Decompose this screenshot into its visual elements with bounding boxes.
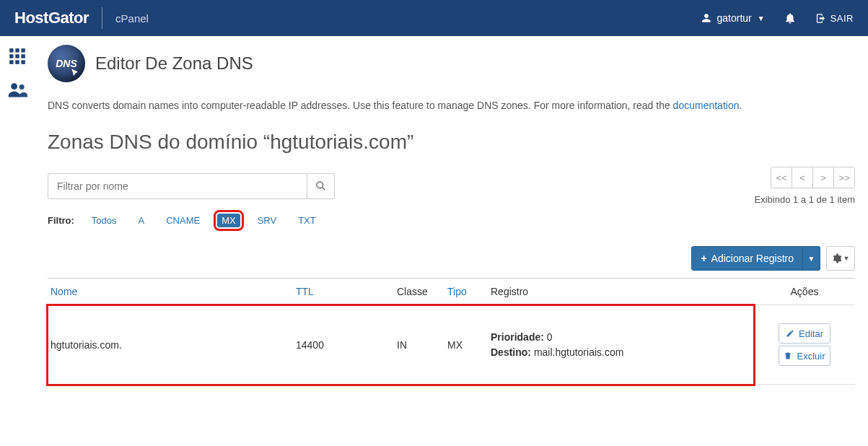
- rail-users-button[interactable]: [7, 79, 27, 100]
- desc-text: DNS converts domain names into computer-…: [48, 100, 673, 111]
- page-prev-button[interactable]: <: [792, 167, 813, 188]
- delete-label: Excluir: [797, 351, 825, 362]
- svg-rect-2: [21, 48, 25, 52]
- page-first-button[interactable]: <<: [771, 167, 792, 188]
- footer: cPanel 94.0.19 InícioMarcas comerciaisPo…: [48, 442, 855, 446]
- svg-rect-8: [21, 60, 25, 64]
- record-dest-value: mail.hgtutoriais.com: [534, 346, 624, 358]
- filter-item-todos[interactable]: Todos: [87, 214, 121, 227]
- filter-item-srv[interactable]: SRV: [253, 214, 281, 227]
- filter-item-txt[interactable]: TXT: [294, 214, 320, 227]
- col-header-name[interactable]: Nome: [48, 279, 293, 305]
- cell-record: Prioridade: 0Destino: mail.hgtutoriais.c…: [488, 305, 754, 385]
- pagination: << < > >>: [771, 167, 855, 188]
- edit-button[interactable]: Editar: [779, 323, 830, 344]
- plus-icon: +: [701, 253, 706, 264]
- gear-icon: [832, 253, 842, 263]
- filter-item-mx[interactable]: MX: [217, 214, 240, 227]
- caret-down-icon: ▼: [843, 255, 850, 262]
- search-group: [48, 173, 335, 199]
- col-header-class: Classe: [394, 279, 444, 305]
- caret-down-icon: ▼: [808, 255, 815, 263]
- page-last-button[interactable]: >>: [833, 167, 855, 188]
- bell-icon: [784, 12, 797, 25]
- cell-name: hgtutoriais.com.: [48, 305, 293, 385]
- side-rail: [0, 36, 35, 446]
- product-label: cPanel: [115, 12, 149, 25]
- add-record-group: + Adicionar Registro ▼: [691, 246, 820, 271]
- notifications-button[interactable]: [784, 12, 797, 25]
- user-name: gatortur: [717, 12, 752, 24]
- brand-gator: Gator: [48, 9, 89, 27]
- dns-icon: DNS: [48, 45, 85, 82]
- col-header-ttl[interactable]: TTL: [293, 279, 394, 305]
- filter-label: Filtro:: [48, 215, 74, 226]
- filter-item-a[interactable]: A: [134, 214, 149, 227]
- col-header-actions: Ações: [754, 279, 855, 305]
- cell-class: IN: [394, 305, 444, 385]
- search-input[interactable]: [48, 173, 307, 199]
- brand-host: Host: [14, 9, 48, 27]
- page-description: DNS converts domain names into computer-…: [48, 98, 855, 113]
- cpanel-logo: cPanel: [48, 442, 90, 446]
- logout-button[interactable]: SAIR: [815, 13, 854, 24]
- grid-icon: [8, 47, 27, 66]
- add-record-button[interactable]: + Adicionar Registro: [691, 246, 803, 271]
- cell-type: MX: [444, 305, 488, 385]
- logout-icon: [815, 13, 826, 24]
- add-record-dropdown-button[interactable]: ▼: [803, 246, 820, 271]
- cell-actions: EditarExcluir: [754, 305, 855, 385]
- brand-logo[interactable]: HostGator: [14, 9, 89, 27]
- caret-down-icon: ▼: [758, 14, 765, 22]
- add-record-label: Adicionar Registro: [711, 253, 794, 264]
- desc-suffix: .: [739, 100, 742, 111]
- page-next-button[interactable]: >: [812, 167, 834, 188]
- dns-table: Nome TTL Classe Tipo Registro Ações hgtu…: [48, 278, 855, 385]
- svg-point-9: [11, 83, 17, 89]
- svg-rect-6: [9, 60, 13, 64]
- record-priority-label: Prioridade:: [491, 331, 544, 343]
- edit-label: Editar: [799, 328, 823, 339]
- logout-label: SAIR: [830, 13, 854, 24]
- rail-apps-button[interactable]: [7, 46, 27, 66]
- pagination-count-text: Exibindo 1 a 1 de 1 item: [755, 194, 855, 205]
- search-button[interactable]: [307, 173, 335, 199]
- documentation-link[interactable]: documentation: [673, 100, 740, 111]
- filter-item-cname[interactable]: CNAME: [162, 214, 204, 227]
- table-row: hgtutoriais.com.14400INMXPrioridade: 0De…: [48, 305, 855, 385]
- brand-divider: [102, 7, 102, 29]
- svg-rect-1: [15, 48, 19, 52]
- svg-rect-4: [15, 54, 19, 58]
- page-header: DNS Editor De Zona DNS: [48, 45, 855, 82]
- delete-button[interactable]: Excluir: [779, 346, 830, 366]
- page-title: Editor De Zona DNS: [95, 53, 253, 74]
- user-menu[interactable]: gatortur ▼: [701, 12, 765, 24]
- record-priority-value: 0: [547, 331, 553, 343]
- record-dest-label: Destino:: [491, 346, 531, 358]
- col-header-record: Registro: [488, 279, 754, 305]
- top-bar: HostGator cPanel gatortur ▼ SAIR: [0, 0, 868, 36]
- svg-rect-5: [21, 54, 25, 58]
- svg-rect-3: [9, 54, 13, 58]
- trash-icon: [784, 351, 792, 360]
- cursor-icon: [71, 68, 81, 78]
- settings-button[interactable]: ▼: [826, 246, 855, 271]
- section-title: Zonas DNS do domínio “hgtutoriais.com”: [48, 131, 855, 154]
- users-icon: [7, 81, 27, 98]
- svg-rect-7: [15, 60, 19, 64]
- user-icon: [701, 13, 711, 23]
- cell-ttl: 14400: [293, 305, 394, 385]
- search-icon: [315, 180, 326, 191]
- svg-point-10: [19, 84, 25, 89]
- filter-line: Filtro: TodosACNAMEMXSRVTXT: [48, 214, 855, 227]
- col-header-type[interactable]: Tipo: [444, 279, 488, 305]
- svg-rect-0: [9, 48, 13, 52]
- pencil-icon: [786, 329, 794, 338]
